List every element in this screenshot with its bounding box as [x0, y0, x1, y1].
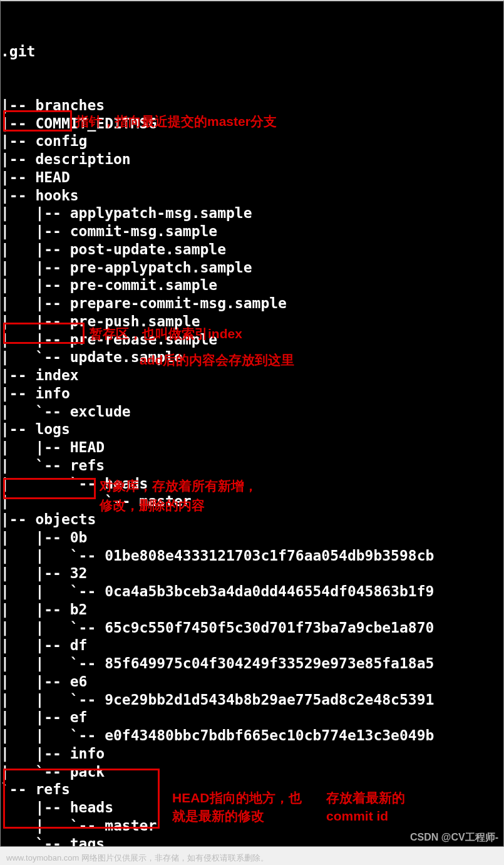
- highlight-box-objects: [3, 478, 96, 499]
- tree-line: | |-- 32: [1, 564, 503, 583]
- annotation-head: 指针，指向最近提交的master分支: [76, 112, 426, 130]
- annotation-index-2: add后的内容会存放到这里: [140, 351, 490, 369]
- tree-line: |-- description: [1, 150, 503, 168]
- annotation-objects-2: 修改，删除的内容: [100, 496, 450, 514]
- tree-line: | `-- refs: [1, 457, 503, 475]
- tree-line: | |-- b2: [1, 601, 503, 619]
- terminal-output: .git |-- branches|-- COMMIT_EDITMSG|-- c…: [0, 0, 504, 847]
- tree-line: | |-- applypatch-msg.sample: [1, 204, 503, 222]
- tree-line: | |-- e6: [1, 673, 503, 691]
- tree-line: | |-- ef: [1, 708, 503, 727]
- tree-line: | | `-- 85f649975c04f304249f33529e973e85…: [1, 655, 503, 673]
- highlight-box-head: [3, 110, 72, 132]
- tree-line: | |-- commit-msg.sample: [1, 222, 503, 241]
- tree-line: | | `-- e0f43480bbc7bdbf665ec10cb774e13c…: [1, 727, 503, 745]
- tree-line: | | `-- 65c9c550f7450f5c30d701f73ba7a9cb…: [1, 619, 503, 637]
- tree-line: | | `-- 0ca4a5b3bceb3a4da0dd446554df0458…: [1, 583, 503, 601]
- tree-line: | | `-- 01be808e4333121703c1f76aa054db9b…: [1, 547, 503, 565]
- tree-line: | |-- info: [1, 745, 503, 763]
- tree-line: |-- hooks: [1, 187, 503, 205]
- tree-root: .git: [1, 43, 503, 61]
- tree-line: | | `-- 9ce29bb2d1d5434b8b29ae775ad8c2e4…: [1, 691, 503, 709]
- tree-line: | |-- df: [1, 636, 503, 655]
- tree-line: |-- config: [1, 132, 503, 150]
- highlight-box-refs: [3, 769, 160, 829]
- tree-line: | |-- HEAD: [1, 438, 503, 457]
- annotation-refs-2: 存放着最新的commit id: [326, 789, 451, 826]
- tree-line: | |-- post-update.sample: [1, 241, 503, 259]
- annotation-index-1: 暂存区，也叫做索引index: [90, 324, 440, 343]
- tree-line: | |-- 0b: [1, 529, 503, 547]
- tree-line: | |-- pre-commit.sample: [1, 276, 503, 294]
- watermark-text: CSDN @CV工程师-: [410, 831, 498, 844]
- footer-note: www.toymoban.com 网络图片仅供展示，非存储，如有侵权请联系删除。: [6, 852, 269, 864]
- highlight-box-index: [3, 323, 85, 344]
- annotation-objects-1: 对象库，存放着所有新增，: [100, 477, 450, 495]
- tree-line: | |-- pre-applypatch.sample: [1, 259, 503, 277]
- tree-line: |-- HEAD: [1, 168, 503, 187]
- tree-line: |-- logs: [1, 420, 503, 438]
- tree-line: |-- info: [1, 385, 503, 403]
- annotation-refs-1: HEAD指向的地方，也就是最新的修改: [172, 789, 314, 826]
- tree-line: | |-- prepare-commit-msg.sample: [1, 294, 503, 313]
- tree-line: | `-- exclude: [1, 403, 503, 421]
